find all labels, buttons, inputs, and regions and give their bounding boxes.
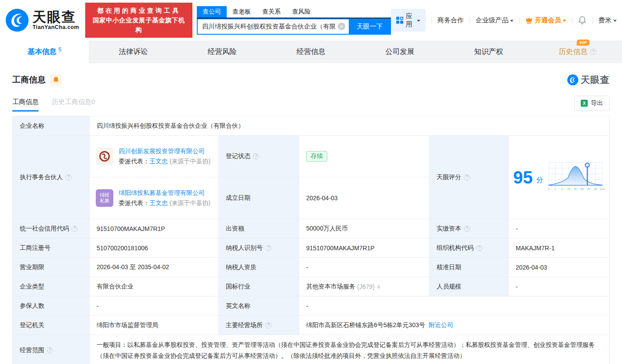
tab-basic-info[interactable]: 基本信息 5: [0, 40, 89, 63]
subtabs-row: 工商信息 历史工商信息0 导出: [12, 96, 610, 113]
help-icon[interactable]: [253, 153, 259, 159]
tianyancha-logo[interactable]: 天眼查 TianYanCha.com: [5, 8, 79, 32]
field-value-reg-status: 存续: [299, 136, 430, 177]
svg-text:50: 50: [574, 187, 577, 191]
promo-banner: 都在用的商业查询工具 国家中小企业发展子基金旗下机构: [85, 3, 192, 38]
tab-intellectual-property[interactable]: 知识产权: [444, 40, 533, 63]
tab-legal-litigation[interactable]: 法律诉讼: [89, 40, 177, 63]
score-distribution-chart: 0 1 3 15 50 85 97 99 100: [547, 161, 605, 194]
field-value-staff-size: -: [509, 277, 610, 296]
help-icon[interactable]: [265, 245, 271, 251]
clear-search-icon[interactable]: [338, 23, 345, 30]
search-tab-risk[interactable]: 查风险: [286, 6, 316, 18]
partner-item: 绵投私募 绵阳绵投私募基金管理有限公司 委派代表：王文忠 (来源于中基协): [90, 177, 218, 219]
divider: [431, 17, 432, 24]
svg-text:0: 0: [548, 187, 550, 191]
notifications-bell-icon[interactable]: [578, 16, 586, 25]
tianyancha-page: 天眼查 TianYanCha.com 都在用的商业查询工具 国家中小企业发展子基…: [0, 0, 622, 364]
field-label-business-term: 营业期限: [13, 258, 90, 277]
search-area: 查公司 查老板 查关系 查风险 天眼一下: [197, 6, 391, 35]
logo-domain-text: TianYanCha.com: [33, 24, 79, 30]
rep-label: 委派代表：: [119, 158, 149, 165]
field-label-paid-capital: 实缴资本: [430, 219, 509, 238]
tianyancha-swirl-icon: [5, 8, 29, 32]
rep-source: (来源于中基协): [170, 199, 210, 206]
search-tab-company[interactable]: 查公司: [197, 6, 227, 18]
partner-logo-sichuan: [96, 148, 113, 165]
score-unit: 分: [536, 176, 543, 185]
industry-code: (J679): [357, 283, 375, 290]
header: 天眼查 TianYanCha.com 都在用的商业查询工具 国家中小企业发展子基…: [0, 0, 622, 40]
tab-operation-risk[interactable]: 经营风险: [178, 40, 267, 63]
help-icon[interactable]: [65, 174, 72, 180]
score-value: 95: [513, 169, 533, 186]
help-icon[interactable]: [265, 322, 271, 328]
status-badge: 存续: [306, 151, 327, 162]
field-label-approval-date: 核准日期: [430, 258, 509, 277]
enterprise-products-menu[interactable]: 企业级产品: [475, 16, 514, 25]
help-icon[interactable]: [464, 226, 470, 232]
basic-info-count: 5: [58, 47, 61, 53]
vip-badge: VIP: [577, 40, 589, 46]
field-value-reg-authority: 绵阳市市场监督管理局: [90, 316, 219, 335]
field-label-insured-count: 参保人数: [13, 296, 90, 316]
partner-company-link[interactable]: 四川创新发展投资管理有限公司: [119, 148, 205, 155]
search-tab-relation[interactable]: 查关系: [257, 6, 286, 18]
business-info-table: 企业名称 四川绵投振兴科创股权投资基金合伙企业（有限合伙） 执行事务合伙人 四川…: [12, 116, 610, 364]
username: 费米: [598, 16, 611, 25]
chevron-down-icon: [510, 20, 514, 22]
apps-menu-button[interactable]: 应用: [391, 9, 426, 32]
partner-logo-mianyang: 绵投私募: [96, 189, 113, 207]
tab-company-development[interactable]: 公司发展: [355, 40, 444, 63]
help-icon[interactable]: [476, 245, 482, 251]
excel-icon: [581, 100, 588, 107]
subtab-business-info[interactable]: 工商信息: [12, 98, 39, 112]
svg-text:15: 15: [567, 187, 571, 191]
svg-text:99: 99: [594, 187, 597, 191]
field-label-company-type: 企业类型: [13, 277, 90, 296]
field-value-paid-capital: -: [509, 219, 610, 238]
business-cooperation-link[interactable]: 商务合作: [438, 16, 464, 25]
partner-company-link[interactable]: 绵阳绵投私募基金管理有限公司: [119, 189, 205, 196]
promo-line2: 国家中小企业发展子基金旗下机构: [90, 15, 187, 35]
field-value-tyc-score: 95 分: [509, 136, 610, 219]
open-vip-menu[interactable]: 开通会员: [525, 16, 566, 25]
field-label-business-place: 主要经营场所: [219, 316, 299, 335]
divider: [572, 17, 572, 24]
field-label-taxpayer-quality: 纳税人资质: [219, 258, 299, 277]
chevron-down-icon: [613, 20, 617, 22]
svg-text:100: 100: [600, 187, 604, 191]
field-value-company-type: 有限合伙企业: [90, 277, 219, 296]
field-label-company-name: 企业名称: [13, 116, 90, 136]
search-tabs: 查公司 查老板 查关系 查风险: [197, 6, 391, 18]
help-icon[interactable]: [464, 174, 470, 180]
field-label-taxpayer-id: 纳税人识别号: [219, 238, 299, 258]
help-icon[interactable]: [72, 226, 78, 232]
search-tab-boss[interactable]: 查老板: [227, 6, 257, 18]
rep-name-link[interactable]: 王文忠: [149, 158, 168, 165]
search-button[interactable]: 天眼一下: [349, 18, 391, 35]
divider: [519, 17, 520, 24]
divider: [592, 17, 593, 24]
subtab-history-business-info[interactable]: 历史工商信息0: [52, 98, 95, 112]
help-icon[interactable]: [590, 49, 597, 55]
field-value-taxpayer-quality: -: [299, 258, 430, 277]
rep-name-link[interactable]: 王文忠: [149, 199, 168, 206]
help-icon[interactable]: [47, 347, 53, 353]
field-label-staff-size: 人员规模: [430, 277, 509, 296]
user-account-menu[interactable]: 费米: [598, 16, 617, 25]
rep-label: 委派代表：: [119, 199, 149, 206]
field-value-business-place: 绵阳市高新区石桥铺东路6号5栋2单元303号 附近公司: [299, 316, 610, 335]
tab-operation-info[interactable]: 经营信息: [267, 40, 355, 63]
field-value-contribution: 50000万人民币: [299, 219, 430, 238]
search-input[interactable]: [197, 18, 349, 35]
field-label-reg-authority: 登记机关: [13, 316, 90, 335]
nearby-companies-link[interactable]: 附近公司: [429, 321, 453, 329]
divider: [470, 17, 470, 24]
rep-source: (来源于中基协): [170, 158, 210, 165]
export-button[interactable]: 导出: [574, 96, 610, 111]
subscribe-bell-icon[interactable]: [50, 74, 61, 86]
header-menu: 应用 商务合作 企业级产品 开通会员: [391, 9, 617, 32]
tab-history-info[interactable]: 历史信息 VIP: [533, 40, 622, 63]
industry-expand-icon[interactable]: [377, 284, 381, 290]
